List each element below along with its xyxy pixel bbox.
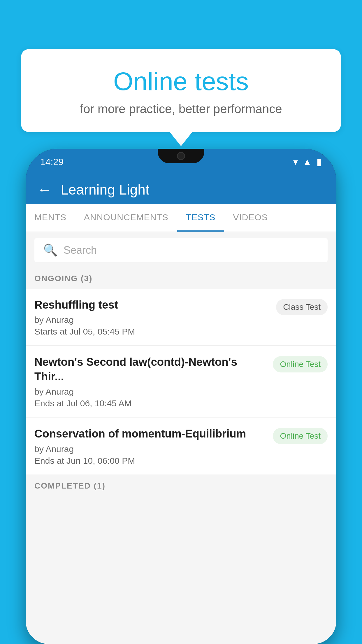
phone-notch (158, 149, 204, 163)
test-badge-online: Online Test (273, 356, 328, 372)
test-item[interactable]: Conservation of momentum-Equilibrium by … (26, 418, 336, 475)
status-bar: 14:29 ▾ ▲ ▮ (26, 149, 336, 175)
app-header: ← Learning Light (26, 175, 336, 204)
phone-frame: 14:29 ▾ ▲ ▮ ← Learning Light MENTS ANNOU… (26, 149, 336, 644)
tab-announcements[interactable]: ANNOUNCEMENTS (75, 204, 177, 232)
bubble-subtitle: for more practice, better performance (36, 102, 326, 116)
test-author: by Anurag (34, 444, 267, 454)
test-item[interactable]: Newton's Second law(contd)-Newton's Thir… (26, 346, 336, 417)
status-time: 14:29 (40, 157, 64, 167)
test-item-content: Newton's Second law(contd)-Newton's Thir… (34, 355, 273, 408)
search-bar[interactable]: 🔍 Search (34, 238, 328, 262)
battery-icon: ▮ (317, 156, 322, 167)
test-badge-class: Class Test (276, 299, 328, 315)
bubble-title: Online tests (36, 66, 326, 96)
back-button[interactable]: ← (37, 181, 52, 198)
test-date: Ends at Jun 10, 06:00 PM (34, 456, 267, 466)
search-icon: 🔍 (43, 243, 58, 257)
camera-icon (177, 152, 185, 160)
test-date: Ends at Jul 06, 10:45 AM (34, 398, 267, 408)
app-title: Learning Light (61, 182, 149, 198)
list-content: ONGOING (3) Reshuffling test by Anurag S… (26, 268, 336, 644)
test-author: by Anurag (34, 387, 267, 397)
test-item[interactable]: Reshuffling test by Anurag Starts at Jul… (26, 289, 336, 346)
speech-bubble: Online tests for more practice, better p… (21, 49, 341, 132)
test-item-content: Reshuffling test by Anurag Starts at Jul… (34, 298, 276, 337)
tab-assignments[interactable]: MENTS (26, 204, 75, 232)
status-icons: ▾ ▲ ▮ (293, 156, 322, 167)
tab-tests[interactable]: TESTS (177, 204, 224, 232)
phone-screen: ← Learning Light MENTS ANNOUNCEMENTS TES… (26, 175, 336, 644)
test-title: Reshuffling test (34, 298, 270, 312)
test-date: Starts at Jul 05, 05:45 PM (34, 327, 270, 337)
tabs-container: MENTS ANNOUNCEMENTS TESTS VIDEOS (26, 204, 336, 232)
search-container: 🔍 Search (26, 232, 336, 268)
test-badge-online: Online Test (273, 428, 328, 444)
search-placeholder: Search (64, 244, 97, 256)
tab-videos[interactable]: VIDEOS (224, 204, 276, 232)
signal-icon: ▲ (303, 157, 312, 167)
test-item-content: Conservation of momentum-Equilibrium by … (34, 427, 273, 466)
test-title: Newton's Second law(contd)-Newton's Thir… (34, 355, 267, 384)
ongoing-section-header: ONGOING (3) (26, 268, 336, 289)
completed-section-header: COMPLETED (1) (26, 475, 336, 496)
test-title: Conservation of momentum-Equilibrium (34, 427, 267, 441)
wifi-icon: ▾ (293, 156, 298, 167)
test-author: by Anurag (34, 315, 270, 325)
